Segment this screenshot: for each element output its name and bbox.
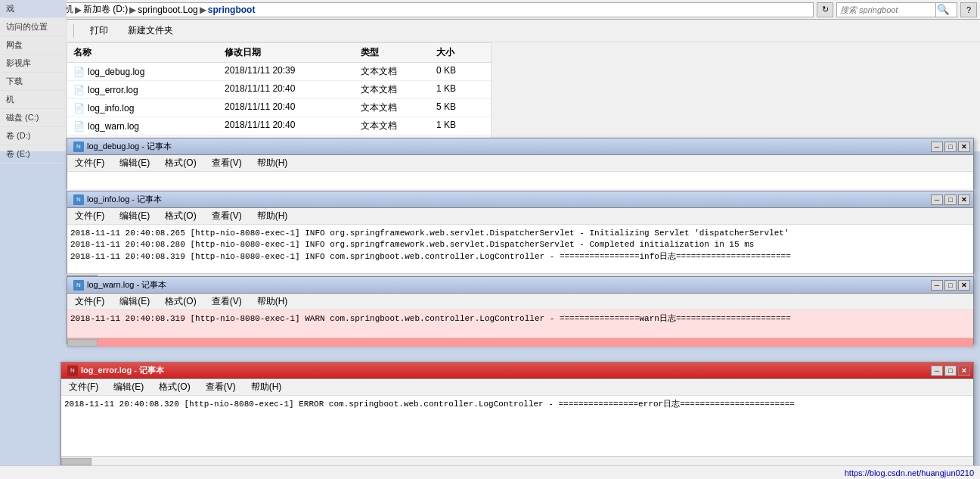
notepad-debug-menu-file[interactable]: 文件(F)	[70, 155, 109, 171]
notepad-warn: N log_warn.log - 记事本 ─ □ ✕ 文件(F) 编辑(E) 格…	[67, 276, 974, 344]
notepad-error-minimize[interactable]: ─	[931, 365, 943, 376]
notepad-debug-maximize[interactable]: □	[944, 142, 957, 152]
status-url: https://blog.csdn.net/huangjun0210	[845, 468, 974, 477]
file-icon-warn: 📄	[73, 121, 85, 132]
file-list-header: 名称 修改日期 类型 大小	[67, 43, 491, 63]
file-row-debug[interactable]: 📄 log_debug.log 2018/11/11 20:39 文本文档 0 …	[67, 63, 491, 81]
notepad-info-menu-help[interactable]: 帮助(H)	[253, 208, 293, 224]
file-row-error[interactable]: 📄 log_error.log 2018/11/11 20:40 文本文档 1 …	[67, 81, 491, 99]
notepad-error-content[interactable]: 2018-11-11 20:40:08.320 [http-nio-8080-e…	[61, 396, 973, 456]
notepad-warn-content[interactable]: 2018-11-11 20:40:08.319 [http-nio-8080-e…	[67, 310, 973, 337]
file-row-warn[interactable]: 📄 log_warn.log 2018/11/11 20:40 文本文档 1 K…	[67, 117, 491, 135]
notepad-warn-menu-help[interactable]: 帮助(H)	[253, 294, 293, 309]
notepad-info-maximize[interactable]: □	[944, 194, 957, 205]
notepad-error-menu-help[interactable]: 帮助(H)	[247, 379, 287, 395]
notepad-debug-minimize[interactable]: ─	[931, 142, 943, 152]
notepad-warn-minimize[interactable]: ─	[931, 280, 943, 291]
notepad-error-menu-format[interactable]: 格式(O)	[154, 379, 194, 395]
help-button[interactable]: ?	[960, 2, 977, 17]
notepad-warn-close[interactable]: ✕	[958, 280, 970, 291]
notepad-debug-close[interactable]: ✕	[958, 142, 970, 152]
file-icon-info: 📄	[73, 103, 85, 114]
notepad-warn-line-1: 2018-11-11 20:40:08.319 [http-nio-8080-e…	[70, 313, 970, 325]
sidebar-item-5[interactable]: 下载	[0, 73, 66, 91]
notepad-debug-menu-help[interactable]: 帮助(H)	[253, 155, 293, 171]
sidebar-item-6[interactable]: 机	[0, 91, 66, 109]
notepad-warn-title-left: N log_warn.log - 记事本	[73, 279, 166, 291]
notepad-warn-menu-edit[interactable]: 编辑(E)	[115, 294, 154, 309]
notepad-debug-title: log_debug.log - 记事本	[87, 141, 172, 152]
notepad-info-menu-file[interactable]: 文件(F)	[70, 208, 109, 224]
notepad-info-menu-view[interactable]: 查看(V)	[207, 208, 247, 224]
notepad-info-winbtns: ─ □ ✕	[931, 194, 970, 205]
notepad-warn-menu-view[interactable]: 查看(V)	[207, 294, 247, 309]
notepad-error-menu-view[interactable]: 查看(V)	[201, 379, 240, 395]
notepad-error-close[interactable]: ✕	[958, 365, 970, 376]
path-part-3: springboot.Log	[138, 5, 197, 15]
notepad-debug-menu-view[interactable]: 查看(V)	[207, 155, 247, 171]
col-date: 修改日期	[219, 45, 355, 61]
notepad-warn-menu-file[interactable]: 文件(F)	[70, 294, 109, 309]
notepad-warn-menubar: 文件(F) 编辑(E) 格式(O) 查看(V) 帮助(H)	[67, 294, 973, 310]
refresh-button[interactable]: ↻	[817, 2, 833, 17]
notepad-error-title-left: N log_error.log - 记事本	[67, 365, 164, 376]
notepad-info-menu-edit[interactable]: 编辑(E)	[115, 208, 154, 224]
sidebar-item-7[interactable]: 磁盘 (C:)	[0, 109, 66, 127]
search-button[interactable]: 🔍	[935, 3, 951, 17]
file-icon-debug: 📄	[73, 67, 85, 77]
left-sidebar: 戏 访问的位置 网盘 影视库 下载 机 磁盘 (C:) 卷 (D:) 卷 (E:…	[0, 0, 67, 151]
notepad-info-close[interactable]: ✕	[958, 194, 970, 205]
print-button[interactable]: 打印	[83, 22, 115, 39]
notepad-debug-content[interactable]	[67, 172, 973, 191]
notepad-error-scrollbar[interactable]	[61, 456, 973, 465]
notepad-debug-menu-edit[interactable]: 编辑(E)	[115, 155, 154, 171]
notepad-error: N log_error.log - 记事本 ─ □ ✕ 文件(F) 编辑(E) …	[60, 362, 974, 471]
sidebar-item-4[interactable]: 影视库	[0, 54, 66, 73]
search-box[interactable]: 🔍	[836, 2, 957, 17]
notepad-warn-maximize[interactable]: □	[944, 280, 957, 291]
file-name-warn: 📄 log_warn.log	[67, 118, 219, 134]
file-name-error: 📄 log_error.log	[67, 82, 219, 98]
notepad-warn-icon: N	[73, 280, 84, 291]
notepad-debug-icon: N	[73, 142, 84, 152]
notepad-error-scrollbar-thumb	[61, 458, 91, 465]
path-part-2: 新加卷 (D:)	[83, 3, 128, 16]
col-type: 类型	[355, 45, 430, 61]
col-name: 名称	[67, 45, 219, 61]
notepad-debug-winbtns: ─ □ ✕	[931, 142, 970, 152]
notepad-info-line-2: 2018-11-11 20:40:08.280 [http-nio-8080-e…	[70, 239, 970, 250]
notepad-info-content[interactable]: 2018-11-11 20:40:08.265 [http-nio-8080-e…	[67, 225, 973, 273]
notepad-info-icon: N	[73, 194, 84, 205]
sidebar-item-8[interactable]: 卷 (D:)	[0, 127, 66, 145]
file-row-info[interactable]: 📄 log_info.log 2018/11/11 20:40 文本文档 5 K…	[67, 99, 491, 117]
notepad-error-titlebar: N log_error.log - 记事本 ─ □ ✕	[61, 362, 973, 379]
notepad-error-menu-file[interactable]: 文件(F)	[64, 379, 103, 395]
notepad-warn-scrollbar[interactable]	[67, 337, 973, 347]
notepad-error-menubar: 文件(F) 编辑(E) 格式(O) 查看(V) 帮助(H)	[61, 379, 973, 396]
address-path[interactable]: 计算机 ▶ 新加卷 (D:) ▶ springboot.Log ▶ spring…	[42, 2, 814, 17]
sidebar-item-3[interactable]: 网盘	[0, 36, 66, 54]
file-explorer: ◀ ▶ 计算机 ▶ 新加卷 (D:) ▶ springboot.Log ▶ sp…	[0, 0, 980, 151]
notepad-info: N log_info.log - 记事本 ─ □ ✕ 文件(F) 编辑(E) 格…	[67, 191, 974, 274]
file-name-info: 📄 log_info.log	[67, 100, 219, 116]
file-icon-error: 📄	[73, 85, 85, 95]
notepad-error-icon: N	[67, 365, 78, 376]
notepad-error-menu-edit[interactable]: 编辑(E)	[109, 379, 148, 395]
search-input[interactable]	[837, 5, 935, 14]
notepad-info-line-3: 2018-11-11 20:40:08.319 [http-nio-8080-e…	[70, 251, 970, 263]
notepad-debug-menu-format[interactable]: 格式(O)	[160, 155, 200, 171]
col-size: 大小	[430, 45, 491, 61]
notepad-info-title: log_info.log - 记事本	[87, 194, 162, 205]
notepad-error-maximize[interactable]: □	[944, 365, 957, 376]
notepad-info-menu-format[interactable]: 格式(O)	[160, 208, 200, 224]
new-folder-button[interactable]: 新建文件夹	[121, 22, 180, 39]
sidebar-item-9[interactable]: 卷 (E:)	[0, 145, 66, 163]
sidebar-item-1[interactable]: 戏	[0, 0, 66, 18]
notepad-info-minimize[interactable]: ─	[931, 194, 943, 205]
file-list-body: 📄 log_debug.log 2018/11/11 20:39 文本文档 0 …	[67, 63, 491, 135]
notepad-error-winbtns: ─ □ ✕	[931, 365, 970, 376]
notepad-error-line-1: 2018-11-11 20:40:08.320 [http-nio-8080-e…	[64, 399, 970, 410]
notepad-warn-menu-format[interactable]: 格式(O)	[160, 294, 200, 309]
notepad-warn-winbtns: ─ □ ✕	[931, 280, 970, 291]
sidebar-item-2[interactable]: 访问的位置	[0, 18, 66, 36]
